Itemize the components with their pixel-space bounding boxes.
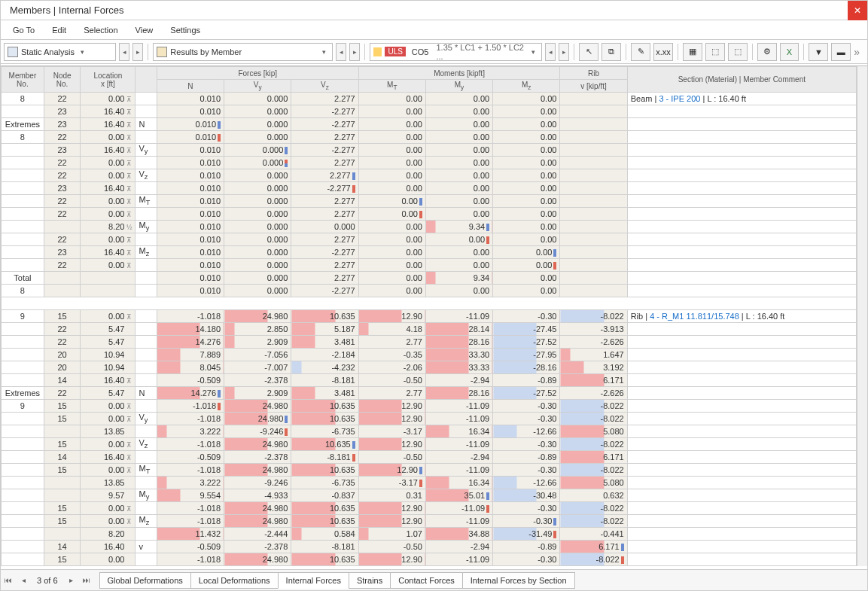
location-cell[interactable]: 13.85 [81, 425, 136, 438]
location-cell[interactable]: 16.40⊼ [81, 105, 136, 118]
table-cell[interactable]: 10.635 [291, 566, 358, 567]
table-cell[interactable]: -0.50 [358, 451, 425, 464]
table-row[interactable]: 225.4714.1802.8505.1874.1828.14-27.45-3.… [2, 323, 857, 336]
node-cell[interactable]: 15 [44, 515, 81, 528]
location-cell[interactable]: 16.40 [81, 541, 136, 553]
col-group-forces[interactable]: Forces [kip] [157, 67, 358, 80]
table-cell[interactable]: 0.00 [425, 182, 492, 195]
node-cell[interactable]: 22 [44, 323, 81, 336]
table-cell[interactable]: 16.34 [425, 425, 492, 438]
diagram-view-icon[interactable]: ⬚ [705, 43, 725, 61]
table-cell[interactable]: 0.00 [358, 195, 425, 208]
table-cell[interactable]: 5.187 [291, 323, 358, 336]
location-cell[interactable]: 13.85 [81, 477, 136, 489]
table-row[interactable]: 2316.40⊼Mz0.0100.000-2.2770.000.000.00 [2, 246, 857, 259]
vertical-scrollbar[interactable] [857, 66, 867, 566]
table-row[interactable]: 150.00⊼MT-1.01824.98010.63512.90-11.09-0… [2, 464, 857, 477]
table-cell[interactable]: -12.66 [493, 425, 560, 438]
table-cell[interactable]: 0.00 [358, 144, 425, 157]
table-cell[interactable]: -2.277 [291, 118, 358, 131]
table-cell[interactable]: 4.18 [358, 323, 425, 336]
table-cell[interactable]: -8.022 [560, 515, 627, 528]
table-row[interactable]: 220.00⊼MT0.0100.0002.2770.000.000.00 [2, 195, 857, 208]
table-cell[interactable]: 3.192 [560, 361, 627, 374]
node-cell[interactable]: 23 [44, 118, 81, 131]
table-cell[interactable] [560, 272, 627, 285]
table-cell[interactable]: 0.010 [157, 93, 224, 105]
table-cell[interactable]: 0.00 [358, 233, 425, 246]
table-row[interactable]: 150.00⊼Vy-1.01824.98010.63512.90-11.09-0… [2, 413, 857, 425]
table-cell[interactable]: 0.000 [224, 157, 291, 169]
table-cell[interactable]: -2.184 [291, 349, 358, 361]
table-cell[interactable]: 16.34 [425, 477, 492, 489]
table-row[interactable]: 220.00⊼0.0100.0002.2770.000.000.00 [2, 157, 857, 169]
table-cell[interactable]: 0.000 [224, 285, 291, 297]
location-cell[interactable]: 8.20½ [81, 221, 136, 233]
menu-edit[interactable]: Edit [44, 20, 74, 40]
table-cell[interactable]: -8.022 [560, 413, 627, 425]
table-cell[interactable]: 14.180 [157, 323, 224, 336]
table-cell[interactable]: 0.00 [493, 118, 560, 131]
table-cell[interactable]: 0.00 [358, 285, 425, 297]
table-row[interactable]: 1416.40⊼-0.509-2.378-8.181-0.50-2.94-0.8… [2, 451, 857, 464]
table-cell[interactable]: 12.90 [358, 515, 425, 528]
table-row[interactable]: 1416.40v-0.509-2.378-8.181-0.50-2.94-0.8… [2, 541, 857, 553]
table-cell[interactable]: 0.00 [493, 233, 560, 246]
table-cell[interactable]: 0.00 [358, 182, 425, 195]
table-cell[interactable]: -2.378 [224, 451, 291, 464]
table-cell[interactable]: 0.00 [358, 272, 425, 285]
table-cell[interactable]: 0.00 [358, 93, 425, 105]
table-cell[interactable] [560, 195, 627, 208]
table-cell[interactable]: -4.232 [291, 361, 358, 374]
table-row[interactable]: 13.853.222-9.246-6.735-3.1716.34-12.665.… [2, 425, 857, 438]
table-row[interactable]: Extremes2316.40⊼N0.0100.000-2.2770.000.0… [2, 118, 857, 131]
table-cell[interactable]: 24.980 [224, 400, 291, 413]
col-group-moments[interactable]: Moments [kipft] [358, 67, 560, 80]
table-row[interactable]: 8220.00⊼0.0100.0002.2770.000.000.00 [2, 131, 857, 144]
table-cell[interactable]: 3.222 [157, 477, 224, 489]
table-cell[interactable]: -1.018 [157, 413, 224, 425]
table-cell[interactable]: 0.00 [358, 157, 425, 169]
table-row[interactable]: 9150.00⊼-1.01824.98010.63512.90-11.09-0.… [2, 400, 857, 413]
table-cell[interactable]: 0.00 [358, 259, 425, 272]
table-cell[interactable]: -0.30 [493, 502, 560, 515]
node-cell[interactable]: 22 [44, 387, 81, 400]
node-cell[interactable]: 22 [44, 195, 81, 208]
table-cell[interactable]: 0.00 [425, 157, 492, 169]
table-cell[interactable]: 28.16 [425, 387, 492, 400]
location-cell[interactable]: 10.94 [81, 349, 136, 361]
table-cell[interactable]: -0.50 [358, 541, 425, 553]
table-cell[interactable]: 8.045 [157, 361, 224, 374]
col-location[interactable]: Locationx [ft] [81, 67, 136, 93]
node-cell[interactable]: 22 [44, 131, 81, 144]
loadcase-selector[interactable]: ULS CO5 1.35 * LC1 + 1.50 * LC2 ... ▾ [370, 43, 542, 61]
table-cell[interactable]: -0.30 [493, 553, 560, 566]
table-cell[interactable]: -3.913 [560, 323, 627, 336]
table-cell[interactable]: 2.277 [291, 195, 358, 208]
col-mz[interactable]: Mz [493, 80, 560, 93]
extra-view-icon[interactable]: ⬚ [728, 43, 748, 61]
filter-icon[interactable]: ▼ [809, 43, 828, 61]
table-cell[interactable]: 12.90 [358, 310, 425, 323]
node-cell[interactable]: 14 [44, 374, 81, 387]
table-cell[interactable]: 3.222 [157, 425, 224, 438]
table-cell[interactable]: 0.00 [425, 169, 492, 182]
table-cell[interactable]: 24.980 [224, 464, 291, 477]
table-cell[interactable]: 0.000 [224, 246, 291, 259]
table-cell[interactable]: -2.277 [291, 285, 358, 297]
filter-position-icon[interactable]: ✎ [631, 43, 650, 61]
menu-goto[interactable]: Go To [5, 20, 42, 40]
table-cell[interactable]: 3.481 [291, 387, 358, 400]
location-cell[interactable]: 5.47 [81, 336, 136, 349]
node-cell[interactable] [44, 528, 81, 541]
table-cell[interactable]: -1.018 [157, 310, 224, 323]
table-row[interactable]: 220.00⊼0.0100.0002.2770.000.000.00 [2, 259, 857, 272]
table-cell[interactable]: 0.00 [358, 131, 425, 144]
table-cell[interactable] [560, 93, 627, 105]
table-cell[interactable]: 7.889 [157, 349, 224, 361]
table-row[interactable]: 8.2011.432-2.4440.5841.0734.88-31.49-0.4… [2, 528, 857, 541]
close-button[interactable]: ✕ [848, 1, 867, 20]
table-cell[interactable]: 0.000 [224, 118, 291, 131]
table-cell[interactable]: 0.00 [493, 169, 560, 182]
table-cell[interactable]: -3.17 [358, 425, 425, 438]
